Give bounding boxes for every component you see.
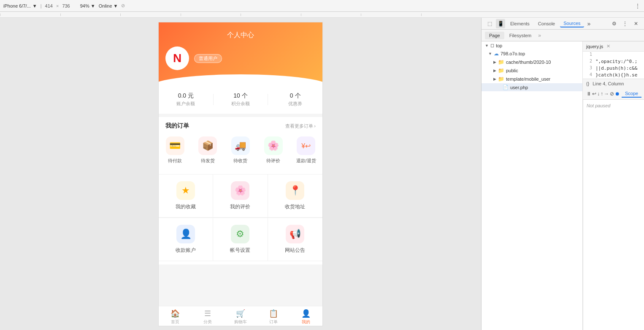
tab-console[interactable]: Console [535, 20, 558, 27]
tab-elements[interactable]: Elements [507, 20, 533, 27]
ruler-mark [181, 14, 241, 16]
code-line-4: 4 }catch(k){}h.se [583, 72, 644, 79]
line-content-3: ||d.push(h):c&& [595, 65, 637, 71]
announcement-label: 网站公告 [285, 247, 305, 254]
device-arrow: ▼ [32, 3, 37, 8]
mine-label: 我的 [302, 319, 310, 325]
orders-more[interactable]: 查看更多订单 › [285, 123, 316, 129]
tree-arrow-template: ▶ [493, 77, 496, 81]
order-item-review[interactable]: 🌸 待评价 [257, 136, 290, 164]
cache-label: cache/thumb/2020-10 [506, 60, 551, 65]
nav-cart[interactable]: 🛒 购物车 [224, 309, 257, 325]
nav-home[interactable]: 🏠 首页 [159, 309, 192, 325]
menu-grid-1: ★ 我的收藏 🌸 我的评价 📍 收货地址 [159, 174, 322, 218]
more-options-icon[interactable]: ⋮ [635, 3, 641, 9]
scope-tab[interactable]: Scope [622, 90, 641, 98]
order-item-return[interactable]: ¥↩ 退款/退货 [290, 136, 322, 164]
tree-cache-folder[interactable]: ▶ 📁 cache/thumb/2020-10 [482, 58, 582, 66]
nav-orders[interactable]: 📋 订单 [257, 309, 290, 325]
pretty-print-icon[interactable]: {} [586, 81, 589, 86]
devtools-subtabs: Page Filesystem » [482, 30, 644, 41]
settings-label: 帐号设置 [230, 247, 250, 254]
order-item-delivery[interactable]: 🚚 待收货 [224, 136, 257, 164]
device-selector[interactable]: iPhone 6/7/... ▼ [3, 3, 37, 8]
favorites-label: 我的收藏 [176, 203, 196, 210]
devtools-body: ▼ ◻ top ▼ ☁ 798.o7o.top ▶ 📁 cache/thumb/… [482, 41, 644, 330]
myreview-label: 我的评价 [230, 203, 250, 210]
vertical-dots-icon[interactable]: ⋮ [620, 19, 630, 28]
orders-more-arrow: › [314, 123, 316, 128]
menu-item-settings[interactable]: ⚙ 帐号设置 [213, 218, 268, 261]
subtab-filesystem[interactable]: Filesystem [505, 32, 536, 39]
step-over-button[interactable]: ↩ [592, 89, 596, 98]
code-line-3: 3 ||d.push(h):c&& [583, 65, 644, 72]
balance-label: 账户余额 [159, 101, 213, 107]
tree-top[interactable]: ▼ ◻ top [482, 41, 582, 49]
device-label: iPhone 6/7/... [3, 3, 31, 8]
review-label: 待评价 [266, 158, 280, 164]
settings-icon: ⚙ [231, 225, 249, 243]
delivery-icon: 🚚 [231, 136, 250, 155]
online-selector[interactable]: Online ▼ [99, 3, 118, 8]
stat-points[interactable]: 10 个 积分余额 [214, 92, 268, 107]
menu-item-myreview[interactable]: 🌸 我的评价 [213, 175, 268, 218]
tree-arrow-cache: ▶ [493, 60, 496, 64]
inspect-icon[interactable]: ⬚ [485, 19, 494, 28]
tree-public-folder[interactable]: ▶ 📁 public [482, 66, 582, 75]
tree-template-folder[interactable]: ▶ 📁 template/mobile_user [482, 75, 582, 83]
myreview-icon: 🌸 [231, 181, 249, 200]
more-tabs-icon[interactable]: » [587, 20, 591, 27]
balance-value: 0.0 元 [159, 92, 213, 100]
tree-domain[interactable]: ▼ ☁ 798.o7o.top [482, 49, 582, 58]
tree-userphp-file[interactable]: 📄 user.php [482, 83, 582, 91]
step-into-button[interactable]: ↓ [597, 89, 600, 98]
shipped-label: 待发货 [201, 158, 215, 164]
payment-icon: 💳 [166, 136, 184, 155]
ruler-mark [421, 14, 482, 16]
pause-resume-button[interactable]: ⏸ [586, 89, 591, 98]
phone-content: 个人中心 N 普通用户 0.0 元 账户余额 10 个 积分余 [158, 22, 323, 326]
nav-mine[interactable]: 👤 我的 [290, 309, 322, 325]
ruler-mark [241, 14, 301, 16]
account-label: 收款账户 [176, 247, 196, 254]
menu-item-account[interactable]: 👤 收款账户 [159, 218, 213, 261]
file-icon-userphp: 📄 [503, 85, 509, 90]
category-label: 分类 [203, 319, 212, 325]
home-label: 首页 [171, 319, 179, 325]
menu-item-announcement[interactable]: 📢 网站公告 [268, 218, 322, 261]
line-content-2: ",opacity:/^0.; [595, 59, 637, 64]
order-item-shipped[interactable]: 📦 待发货 [192, 136, 225, 164]
main-area: 个人中心 N 普通用户 0.0 元 账户余额 10 个 积分余 [0, 18, 644, 330]
throttle-icon[interactable]: ⊘ [121, 3, 125, 8]
order-item-payment[interactable]: 💳 待付款 [159, 136, 192, 164]
tab-sources[interactable]: Sources [560, 20, 584, 27]
zoom-arrow: ▼ [91, 3, 95, 8]
online-value: Online [99, 3, 112, 8]
step-button[interactable]: → [604, 89, 609, 98]
settings-gear-icon[interactable]: ⚙ [609, 19, 619, 28]
cart-icon: 🛒 [236, 309, 245, 318]
subtab-more-icon[interactable]: » [538, 33, 541, 38]
file-tab-close[interactable]: ✕ [606, 44, 610, 49]
bottom-nav: 🏠 首页 ☰ 分类 🛒 购物车 📋 订单 👤 我的 [159, 306, 322, 326]
order-icons: 💳 待付款 📦 待发货 🚚 待收货 🌸 待评价 [159, 133, 322, 171]
subtab-page[interactable]: Page [485, 32, 504, 39]
zoom-selector[interactable]: 94% ▼ [80, 3, 95, 8]
step-out-button[interactable]: ↑ [601, 89, 603, 98]
watch-tab[interactable]: Watch [642, 90, 644, 97]
pause-on-exceptions-button[interactable]: ⏺ [615, 89, 620, 98]
stats-row: 0.0 元 账户余额 10 个 积分余额 0 个 优惠券 [159, 87, 322, 117]
file-tab-jquery[interactable]: jquery.js [586, 44, 603, 49]
stat-balance[interactable]: 0.0 元 账户余额 [159, 92, 213, 107]
payment-label: 待付款 [168, 158, 182, 164]
menu-item-address[interactable]: 📍 收货地址 [268, 175, 322, 218]
undock-icon[interactable]: ✕ [631, 19, 641, 28]
code-line-1: 1 [583, 52, 644, 58]
stat-coupons[interactable]: 0 个 优惠券 [268, 92, 322, 107]
menu-item-favorites[interactable]: ★ 我的收藏 [159, 175, 213, 218]
deactivate-breakpoints-button[interactable]: ⊘ [610, 89, 614, 98]
user-badge: 普通用户 [194, 54, 222, 63]
code-area: jquery.js ✕ 1 2 ",opacity:/^0.; [583, 41, 644, 79]
nav-category[interactable]: ☰ 分类 [192, 309, 225, 325]
device-toggle-icon[interactable]: 📱 [496, 19, 505, 28]
